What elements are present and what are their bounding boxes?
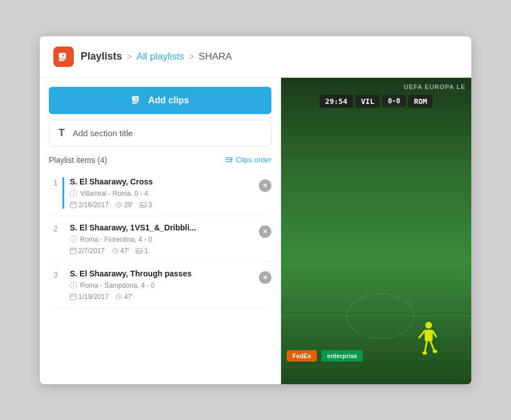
item-date-3: 1/19/2017: [70, 293, 108, 301]
info-icon-3: ⓘ: [70, 280, 77, 291]
item-title-1: S. El Shaarawy, Cross: [70, 177, 259, 186]
remove-button-2[interactable]: ×: [259, 225, 271, 238]
info-icon-1: ⓘ: [70, 188, 77, 199]
score-team1: VIL: [355, 95, 380, 108]
svg-line-41: [433, 331, 436, 337]
svg-rect-20: [140, 202, 146, 207]
body: Add clips T Add section title Playlist i…: [40, 78, 471, 384]
video-overlay: UEFA EUROPA LE 29:54 VIL 0-0 ROM FedEx e…: [281, 78, 471, 384]
item-title-2: S. El Shaarawy, 1VS1_&_Dribbli...: [70, 223, 259, 232]
svg-rect-31: [70, 294, 77, 300]
playlist-items-list: 1 S. El Shaarawy, Cross ⓘ Villarreal - R…: [49, 170, 271, 308]
calendar-icon-2: [70, 247, 77, 254]
svg-point-44: [422, 351, 427, 355]
item-duration-2: 47': [112, 247, 129, 255]
image-icon-1: [140, 201, 146, 208]
breadcrumb-current: SHARA: [199, 51, 232, 62]
playlist-item: 1 S. El Shaarawy, Cross ⓘ Villarreal - R…: [49, 170, 271, 216]
item-number-2: 2: [49, 223, 62, 233]
add-section-title-button[interactable]: T Add section title: [49, 120, 271, 146]
main-card: Playlists > All playlists > SHARA Add cl…: [40, 36, 471, 384]
svg-rect-0: [59, 53, 66, 58]
item-footer-1: 2/16/2017 29' 3: [70, 201, 259, 209]
item-footer-2: 2/7/2017 47' 1: [70, 247, 259, 255]
pitch-circle: [346, 293, 414, 339]
item-images-2: 1: [136, 247, 148, 255]
item-match-1: Villarreal - Roma, 0 - 4: [80, 190, 148, 198]
svg-rect-13: [70, 202, 77, 208]
item-accent-3: [62, 269, 64, 301]
item-content-2: S. El Shaarawy, 1VS1_&_Dribbli... ⓘ Roma…: [70, 223, 259, 255]
svg-line-28: [115, 251, 116, 252]
left-panel: Add clips T Add section title Playlist i…: [40, 78, 281, 384]
breadcrumb-sep1: >: [127, 52, 132, 62]
playlists-icon: [53, 47, 74, 67]
image-icon-2: [136, 247, 143, 254]
svg-line-19: [119, 205, 120, 206]
items-count-label: Playlist items (4): [49, 156, 107, 165]
item-date-1: 2/16/2017: [70, 201, 108, 209]
item-date-2: 2/7/2017: [70, 247, 105, 255]
breadcrumb-title: Playlists: [81, 51, 122, 62]
clips-order-button[interactable]: Clips order: [225, 156, 271, 164]
playlist-item: 2 S. El Shaarawy, 1VS1_&_Dribbli... ⓘ Ro…: [49, 216, 271, 262]
remove-button-3[interactable]: ×: [259, 271, 271, 284]
breadcrumb: Playlists > All playlists > SHARA: [81, 51, 232, 62]
score-bar: 29:54 VIL 0-0 ROM: [281, 95, 471, 108]
sponsor-enterprise: enterprise: [321, 350, 363, 362]
calendar-icon-3: [70, 293, 77, 300]
item-title-3: S. El Shaarawy, Through passes: [70, 269, 259, 278]
add-section-label: Add section title: [73, 128, 133, 138]
clock-icon-1: [115, 201, 122, 208]
breadcrumb-sep2: >: [189, 52, 194, 62]
score-team2: ROM: [408, 95, 433, 108]
item-accent-2: [62, 223, 64, 255]
items-header: Playlist items (4) Clips order: [49, 156, 271, 165]
item-meta-3: ⓘ Roma - Sampdoria, 4 - 0: [70, 280, 259, 291]
item-duration-1: 29': [115, 201, 133, 209]
svg-line-40: [419, 331, 425, 338]
item-meta-2: ⓘ Roma - Fiorentina, 4 - 0: [70, 234, 259, 245]
remove-button-1[interactable]: ×: [259, 179, 271, 192]
score-vs: 0-0: [382, 95, 406, 107]
sponsor-fedex: FedEx: [287, 350, 317, 362]
item-match-3: Roma - Sampdoria, 4 - 0: [80, 282, 154, 289]
item-footer-3: 1/19/2017 47': [70, 293, 259, 301]
item-number-3: 3: [49, 269, 62, 279]
clips-order-icon: [225, 156, 233, 164]
svg-line-42: [425, 341, 427, 352]
item-images-1: 3: [140, 201, 152, 209]
item-content-3: S. El Shaarawy, Through passes ⓘ Roma - …: [70, 269, 259, 301]
video-panel: UEFA EUROPA LE 29:54 VIL 0-0 ROM FedEx e…: [281, 78, 471, 384]
item-match-2: Roma - Fiorentina, 4 - 0: [80, 236, 152, 243]
svg-rect-29: [136, 248, 143, 253]
clock-icon-3: [115, 293, 122, 300]
score-time: 29:54: [320, 95, 353, 108]
clock-icon-2: [112, 247, 119, 254]
breadcrumb-all-playlists[interactable]: All playlists: [136, 51, 184, 62]
info-icon-2: ⓘ: [70, 234, 77, 245]
calendar-icon-1: [70, 201, 77, 208]
text-icon: T: [58, 127, 65, 139]
item-accent-1: [62, 177, 64, 209]
svg-point-45: [433, 350, 437, 353]
svg-point-38: [425, 322, 432, 329]
svg-line-37: [119, 297, 120, 298]
playlist-item: 3 S. El Shaarawy, Through passes ⓘ Roma …: [49, 262, 271, 308]
player-figure: [414, 320, 443, 367]
sponsors: FedEx enterprise: [287, 350, 363, 362]
header: Playlists > All playlists > SHARA: [40, 36, 471, 78]
svg-rect-22: [70, 248, 77, 254]
clips-order-label: Clips order: [236, 156, 271, 164]
svg-rect-39: [425, 330, 433, 341]
add-clips-icon: [131, 95, 143, 106]
uefa-text: UEFA EUROPA LE: [404, 83, 466, 90]
add-clips-button[interactable]: Add clips: [49, 87, 271, 114]
item-meta-1: ⓘ Villarreal - Roma, 0 - 4: [70, 188, 259, 199]
item-duration-3: 47': [115, 293, 133, 301]
add-clips-label: Add clips: [148, 95, 189, 106]
item-content-1: S. El Shaarawy, Cross ⓘ Villarreal - Rom…: [70, 177, 259, 209]
item-number-1: 1: [49, 177, 62, 187]
svg-line-43: [430, 341, 434, 351]
